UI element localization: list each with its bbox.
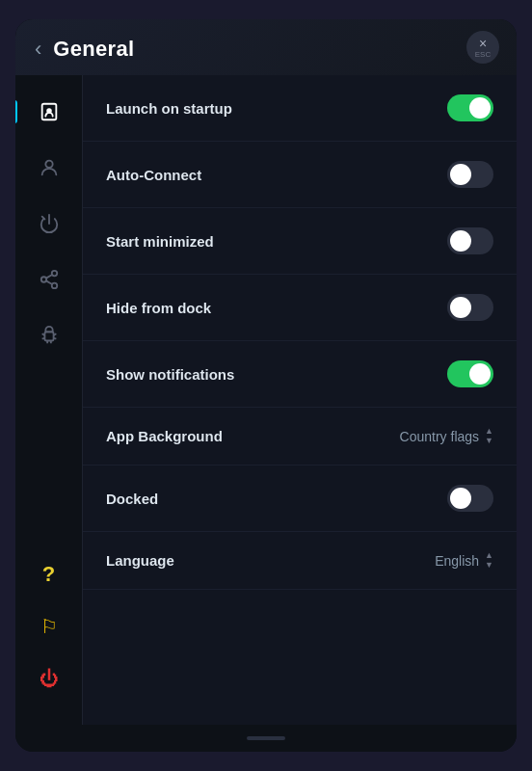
- sidebar-nav: [32, 94, 66, 557]
- setting-label-launch-startup: Launch on startup: [106, 100, 232, 117]
- sidebar-item-general[interactable]: [32, 94, 66, 129]
- setting-row-start-minimized: Start minimized: [83, 208, 517, 275]
- setting-label-hide-dock: Hide from dock: [106, 300, 211, 316]
- toggle-knob-docked: [450, 488, 471, 509]
- toggle-knob-start-minimized: [450, 230, 471, 252]
- sidebar-item-bookmark[interactable]: ⚐: [32, 609, 66, 644]
- question-icon: ?: [42, 562, 55, 587]
- sidebar-item-account[interactable]: [32, 150, 66, 185]
- svg-point-7: [51, 283, 57, 289]
- chevron-up-icon: ▲: [485, 427, 493, 436]
- close-icon: ×: [479, 37, 487, 50]
- svg-point-2: [45, 161, 52, 168]
- bottom-bar: [15, 725, 517, 752]
- toggle-show-notifications[interactable]: [447, 360, 493, 387]
- svg-point-5: [51, 271, 57, 277]
- toggle-knob-launch-startup: [469, 97, 491, 119]
- esc-label: ESC: [475, 51, 491, 59]
- app-window: ‹ General × ESC: [15, 19, 517, 752]
- header: ‹ General × ESC: [15, 19, 517, 75]
- svg-line-8: [45, 280, 51, 284]
- setting-row-hide-dock: Hide from dock: [83, 275, 517, 341]
- toggle-auto-connect[interactable]: [447, 161, 493, 188]
- page-title: General: [53, 37, 134, 62]
- toggle-launch-startup[interactable]: [447, 94, 493, 121]
- sidebar-bottom: ? ⚐ ⏻: [32, 557, 66, 705]
- close-button[interactable]: × ESC: [466, 31, 499, 64]
- setting-label-auto-connect: Auto-Connect: [106, 167, 201, 183]
- setting-label-show-notifications: Show notifications: [106, 366, 234, 383]
- sidebar-item-killswitch[interactable]: [32, 206, 66, 241]
- dropdown-value-language: English: [435, 553, 479, 569]
- svg-point-6: [40, 277, 46, 282]
- setting-row-show-notifications: Show notifications: [83, 341, 517, 408]
- setting-row-auto-connect: Auto-Connect: [83, 142, 517, 208]
- svg-line-14: [53, 338, 56, 339]
- setting-label-app-background: App Background: [106, 428, 223, 444]
- bookmark-icon: ⚐: [40, 615, 58, 638]
- window-handle: [247, 736, 285, 740]
- dropdown-arrows-language: ▲▼: [485, 551, 493, 570]
- setting-label-docked: Docked: [106, 491, 158, 507]
- toggle-docked[interactable]: [447, 485, 493, 512]
- body: ? ⚐ ⏻ Launch on startupAuto-ConnectStart…: [15, 75, 517, 725]
- dropdown-app-background[interactable]: Country flags▲▼: [400, 427, 493, 445]
- toggle-knob-show-notifications: [469, 363, 491, 385]
- chevron-up-icon: ▲: [485, 551, 493, 560]
- sidebar: ? ⚐ ⏻: [15, 75, 83, 725]
- dropdown-language[interactable]: English▲▼: [435, 551, 493, 570]
- dropdown-arrows-app-background: ▲▼: [485, 427, 493, 445]
- svg-line-9: [45, 275, 51, 279]
- toggle-knob-hide-dock: [450, 297, 471, 318]
- sidebar-item-share[interactable]: [32, 262, 66, 297]
- back-button[interactable]: ‹: [35, 39, 41, 60]
- svg-line-13: [41, 338, 44, 339]
- dropdown-value-app-background: Country flags: [400, 429, 479, 444]
- main-content: Launch on startupAuto-ConnectStart minim…: [83, 75, 517, 725]
- sidebar-item-help[interactable]: ?: [32, 557, 66, 592]
- chevron-down-icon: ▼: [485, 437, 493, 445]
- setting-row-language: LanguageEnglish▲▼: [83, 532, 517, 590]
- toggle-hide-dock[interactable]: [447, 294, 493, 321]
- setting-row-launch-startup: Launch on startup: [83, 75, 517, 142]
- svg-rect-10: [44, 332, 53, 340]
- sidebar-item-power[interactable]: ⏻: [32, 661, 66, 696]
- setting-row-app-background: App BackgroundCountry flags▲▼: [83, 408, 517, 465]
- toggle-start-minimized[interactable]: [447, 227, 493, 254]
- setting-label-language: Language: [106, 552, 174, 569]
- sidebar-item-debug[interactable]: [32, 318, 66, 353]
- setting-row-docked: Docked: [83, 465, 517, 532]
- setting-label-start-minimized: Start minimized: [106, 233, 214, 250]
- power-icon: ⏻: [40, 668, 59, 690]
- chevron-down-icon: ▼: [485, 561, 493, 570]
- toggle-knob-auto-connect: [450, 164, 471, 185]
